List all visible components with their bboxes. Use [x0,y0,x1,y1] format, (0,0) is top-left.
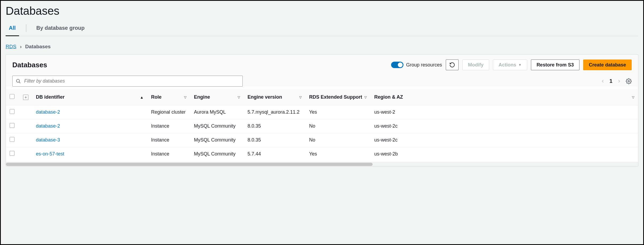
cell-engine-version: 5.7.44 [244,147,305,161]
row-checkbox[interactable] [10,109,14,114]
sort-icon: ▽ [364,95,367,99]
cell-role: Regional cluster [147,105,190,119]
chevron-right-icon [617,79,621,84]
search-icon [16,79,21,84]
col-extended-support[interactable]: RDS Extended Support [309,94,362,100]
cell-engine-version: 8.0.35 [244,133,305,147]
sort-icon: ▽ [632,95,634,99]
cell-role: Instance [147,147,190,161]
modify-button[interactable]: Modify [462,60,489,70]
col-region-az[interactable]: Region & AZ [374,94,403,100]
breadcrumb: RDS › Databases [6,44,638,50]
row-checkbox[interactable] [10,137,14,142]
sort-icon: ▽ [299,95,302,99]
cell-engine-version: 5.7.mysql_aurora.2.11.2 [244,105,305,119]
settings-button[interactable] [626,78,632,84]
refresh-icon [449,62,455,68]
svg-point-0 [16,79,19,82]
chevron-right-icon: › [20,44,21,49]
cell-extended-support: Yes [305,147,370,161]
caret-down-icon: ▼ [518,63,522,67]
cell-engine: MySQL Community [190,119,244,133]
prev-page-button[interactable] [600,79,605,84]
col-role[interactable]: Role [151,94,162,100]
cell-extended-support: No [305,133,370,147]
table-row: database-2Regional clusterAurora MySQL5.… [6,105,638,119]
cell-extended-support: No [305,119,370,133]
cell-role: Instance [147,133,190,147]
table-row: database-2InstanceMySQL Community8.0.35N… [6,119,638,133]
breadcrumb-root-link[interactable]: RDS [6,44,16,49]
scrollbar-thumb[interactable] [6,163,373,166]
page-number: 1 [609,78,612,84]
row-checkbox[interactable] [10,151,14,156]
gear-icon [626,78,632,84]
col-engine-version[interactable]: Engine version [248,94,282,100]
actions-button-label: Actions [499,62,516,68]
tab-divider [26,24,26,32]
next-page-button[interactable] [617,79,621,84]
col-engine[interactable]: Engine [194,94,210,100]
table-row: database-3InstanceMySQL Community8.0.35N… [6,133,638,147]
col-db-identifier[interactable]: DB identifier [36,94,65,100]
cell-role: Instance [147,119,190,133]
cell-region-az: us-west-2 [370,105,638,119]
page-title: Databases [6,5,638,17]
restore-from-s3-button[interactable]: Restore from S3 [531,60,579,70]
row-checkbox[interactable] [10,123,14,128]
sort-icon: ▽ [238,95,240,99]
cell-engine: Aurora MySQL [190,105,244,119]
tab-all[interactable]: All [6,22,19,36]
db-identifier-link[interactable]: database-3 [36,137,60,143]
cell-region-az: us-west-2b [370,147,638,161]
actions-button[interactable]: Actions ▼ [493,60,527,70]
svg-line-1 [19,82,20,83]
create-database-button[interactable]: Create database [583,60,632,70]
sort-asc-icon: ▲ [140,95,144,99]
cell-engine: MySQL Community [190,133,244,147]
sort-icon: ▽ [184,95,186,99]
panel-title: Databases [12,61,47,69]
cell-region-az: us-west-2c [370,119,638,133]
databases-panel: Databases Group resources Modify Actions… [6,54,638,166]
cell-engine-version: 8.0.35 [244,119,305,133]
databases-table: + DB identifier▲ Role▽ Engine▽ Engine ve… [6,89,638,161]
tabs-bar: All By database group [6,22,638,36]
db-identifier-link[interactable]: database-2 [36,109,60,115]
refresh-button[interactable] [446,60,459,70]
select-all-checkbox[interactable] [10,94,14,99]
db-identifier-link[interactable]: es-on-57-test [36,151,64,157]
group-resources-label: Group resources [406,62,442,68]
filter-input[interactable] [24,78,239,84]
horizontal-scrollbar[interactable] [6,162,638,166]
cell-engine: MySQL Community [190,147,244,161]
breadcrumb-current: Databases [25,44,51,49]
group-resources-toggle[interactable] [391,62,403,68]
table-row: es-on-57-testInstanceMySQL Community5.7.… [6,147,638,161]
cell-extended-support: Yes [305,105,370,119]
svg-point-2 [628,80,630,82]
filter-search[interactable] [12,76,243,87]
chevron-left-icon [600,79,605,84]
expand-all-icon[interactable]: + [23,95,28,100]
tab-by-database-group[interactable]: By database group [33,22,88,36]
db-identifier-link[interactable]: database-2 [36,123,60,129]
cell-region-az: us-west-2c [370,133,638,147]
